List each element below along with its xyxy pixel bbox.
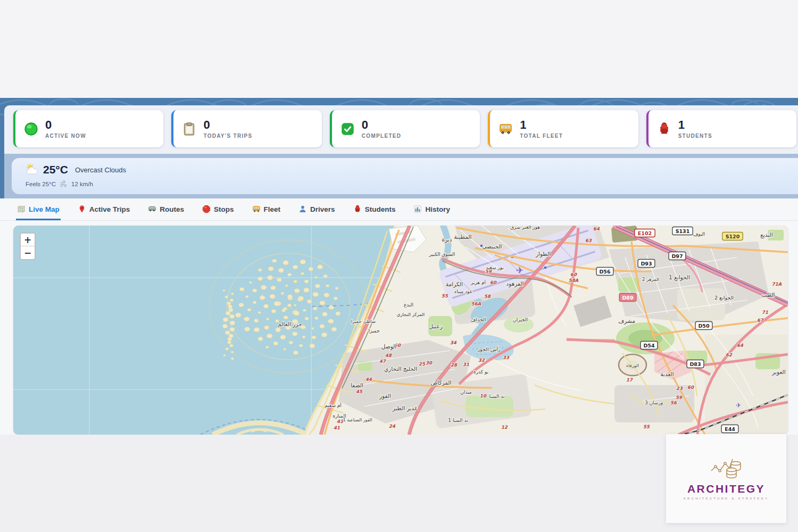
svg-text:D54: D54 [643,343,654,348]
stat-value: 0 [45,119,86,131]
map-label: مشرف [618,318,635,325]
svg-text:D83: D83 [689,361,701,367]
zoom-in-button[interactable]: + [21,234,35,246]
road-badge-d83: D83 [687,360,704,368]
stat-label: STUDENTS [678,133,712,139]
exit-number: 64 [737,343,744,348]
backpack-icon [353,205,362,213]
road-badge-s120: S120 [722,232,743,240]
map-label: رأس الخور [477,346,500,352]
map-label: هور العنز شرق [510,226,540,230]
tab-fleet[interactable]: Fleet [251,198,282,220]
exit-number: 59 [676,395,683,400]
map-label: السوق الكبير [429,252,455,257]
exit-number: 58A [569,278,579,283]
map-label: المركاض [431,379,452,386]
road-badge-d54: D54 [641,342,658,350]
exit-number: 33 [503,355,510,360]
road-badge-d50: D50 [695,322,712,330]
map-label: بور سعيد [486,265,504,270]
exit-number: 17 [626,377,633,383]
svg-text:D50: D50 [698,323,709,329]
tab-live-map[interactable]: Live Map [16,198,61,220]
stat-card-today-s-trips: 0TODAY'S TRIPS [171,110,321,147]
tab-drivers[interactable]: Drivers [297,198,336,220]
map-label: القوز [379,393,391,400]
stat-label: COMPLETED [362,133,401,139]
map-label: جميرا [369,328,380,334]
brand-tagline: ARCHITECTURE & STRATEGY [684,497,769,500]
exit-number: 60 [687,385,694,390]
feels-like-text: Feels 25°C [26,181,56,187]
svg-text:E44: E44 [725,426,735,432]
exit-number: 60 [570,272,577,277]
map-label: ورسان 3 [645,400,663,405]
map-label: الصفا [351,382,363,388]
tab-students[interactable]: Students [352,198,397,220]
map-label: شاطئ جميرا [351,319,376,324]
map[interactable]: ✈ ✈ E102S131S120D97D93D56D89D50D54D83E44… [13,226,788,435]
map-label: الفرهود [506,280,524,287]
map-label: غدير الطير [392,405,418,412]
exit-number: 71A [772,281,782,287]
map-label: الحوانع 2 [714,295,734,301]
brand-logo-card: ARCHITEGY ARCHITECTURE & STRATEGY [666,434,786,523]
map-label: الطوار [535,251,551,257]
road-badge-e44: E44 [721,425,738,433]
chart-icon [413,205,422,213]
map-label: المركز التجاري [397,312,425,317]
brand-logo-icon [709,457,743,480]
tab-label: Routes [160,205,184,213]
svg-text:D97: D97 [671,253,683,259]
map-label: الخيران [513,317,528,322]
exit-number: 31 [463,362,469,367]
tab-active-trips[interactable]: Active Trips [77,198,131,220]
zoom-out-button[interactable]: − [21,246,35,259]
map-label: جزر العالم [278,321,302,328]
tab-routes[interactable]: Routes [147,198,185,220]
map-label: الحداف [470,317,486,322]
exit-number: 30 [426,360,433,365]
stats-band: 0ACTIVE NOW0TODAY'S TRIPS0COMPLETED1TOTA… [4,105,798,154]
wind-icon [60,180,68,188]
exit-number: 55 [442,293,448,298]
map-label: البديع [760,231,772,238]
map-label: العذبة [660,371,674,377]
map-section: ✈ ✈ E102S131S120D97D93D56D89D50D54D83E44… [0,221,798,435]
svg-text:S131: S131 [676,228,690,234]
stat-card-total-fleet: 1TOTAL FLEET [488,110,638,147]
sun-cloud-icon [26,163,38,176]
stat-label: TODAY'S TRIPS [203,133,252,139]
map-label: أم هرير [470,279,486,285]
map-label: البدع [404,302,413,307]
road-badge-e102: E102 [635,229,655,237]
stat-value: 0 [362,119,401,131]
map-label: الخليج التجاري [384,365,417,372]
svg-text:E102: E102 [638,230,652,236]
road-badge-s131: S131 [672,227,693,235]
tab-label: Fleet [264,205,281,213]
exit-number: 28 [451,362,458,368]
road-badge-d89: D89 [619,294,636,302]
exit-number: 62 [726,352,733,358]
exit-number: 56A [471,301,481,306]
tab-stops[interactable]: Stops [201,198,235,220]
wind-speed-text: 12 km/h [71,181,93,187]
tab-list: Live MapActive TripsRoutesStopsFleetDriv… [0,198,798,220]
road-badge-d56: D56 [596,268,613,276]
tab-label: Active Trips [89,205,130,213]
tab-label: Students [365,205,396,213]
tab-history[interactable]: History [412,198,451,220]
bus-icon [252,205,261,213]
map-label: الطب [761,292,775,298]
exit-number: 34 [450,340,457,345]
map-label: المرهر 2 [642,277,659,282]
stat-card-completed: 0COMPLETED [330,110,480,147]
exit-number: 12 [501,425,508,430]
map-label: أم سقيم [325,402,342,409]
person-icon [298,205,307,213]
brand-name: ARCHITEGY [687,483,765,495]
green-circle-icon [24,122,38,136]
stat-card-active-now: 0ACTIVE NOW [13,110,163,147]
map-label: زعبيل [429,323,443,330]
